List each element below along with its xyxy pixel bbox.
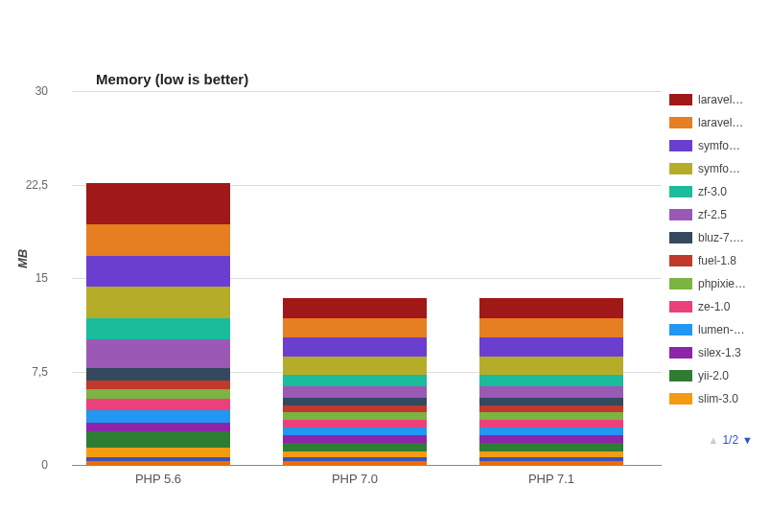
legend-swatch (669, 370, 692, 382)
legend-swatch (669, 347, 692, 359)
legend-item[interactable]: lumen-… (669, 318, 760, 341)
bar-segment (283, 435, 427, 443)
legend-item[interactable]: symfo… (669, 134, 760, 157)
bar-segment (283, 337, 427, 357)
bar-segment (479, 386, 623, 398)
bar-segment (86, 368, 230, 381)
legend-swatch (669, 94, 692, 105)
legend-swatch (669, 255, 692, 266)
bar-segment (86, 423, 230, 431)
bar-segment (86, 256, 230, 288)
y-tick-label: 30 (10, 84, 48, 98)
pager-text: 1/2 (722, 433, 738, 447)
bar-segment (283, 443, 427, 451)
legend-label: silex-1.3 (698, 346, 741, 359)
bar-segment (479, 428, 623, 435)
bar-segment (479, 405, 623, 413)
bar-segment (86, 389, 230, 399)
legend-swatch (669, 324, 692, 335)
bar-segment (86, 183, 230, 224)
legend-label: phpixie… (698, 277, 746, 290)
y-tick-label: 22,5 (10, 178, 48, 192)
legend-item[interactable]: symfo… (669, 157, 760, 180)
bar-segment (86, 318, 230, 339)
legend-item[interactable]: silex-1.3 (669, 341, 760, 364)
legend-item[interactable]: phpixie… (669, 272, 760, 295)
stacked-bar (283, 298, 427, 465)
legend-label: bluz-7.… (698, 231, 744, 244)
x-axis-line (72, 465, 662, 466)
bar-segment (86, 287, 230, 318)
bar-segment (283, 318, 427, 338)
bar-segment (86, 448, 230, 457)
bar-segment (283, 428, 427, 435)
pager-next-icon[interactable]: ▼ (742, 434, 753, 446)
x-tick-label: PHP 5.6 (86, 472, 230, 486)
legend-item[interactable]: bluz-7.… (669, 226, 760, 249)
bar-segment (479, 298, 623, 318)
legend-swatch (669, 209, 692, 220)
x-tick-label: PHP 7.0 (283, 472, 427, 486)
legend-label: zf-3.0 (698, 185, 727, 198)
legend-item[interactable]: yii-2.0 (669, 364, 760, 387)
legend-label: lumen-… (698, 323, 745, 336)
legend-label: zf-2.5 (698, 208, 727, 221)
plot-area (72, 91, 662, 465)
legend-swatch (669, 278, 692, 289)
legend-label: yii-2.0 (698, 369, 729, 382)
grid-line (72, 91, 662, 92)
legend: laravel…laravel…symfo…symfo…zf-3.0zf-2.5… (669, 88, 760, 410)
bar-segment (86, 381, 230, 389)
bar-segment (479, 412, 623, 420)
bar-segment (283, 386, 427, 398)
stacked-bar (479, 298, 623, 465)
bar-segment (86, 224, 230, 256)
legend-swatch (669, 232, 692, 243)
bar-segment (86, 399, 230, 410)
legend-item[interactable]: laravel… (669, 88, 760, 111)
y-tick-label: 15 (10, 271, 48, 285)
legend-item[interactable]: zf-2.5 (669, 203, 760, 226)
bar-segment (479, 375, 623, 386)
legend-swatch (669, 186, 692, 197)
legend-swatch (669, 393, 692, 405)
bar-segment (479, 443, 623, 451)
legend-item[interactable]: laravel… (669, 111, 760, 134)
legend-swatch (669, 163, 692, 174)
bar-segment (283, 357, 427, 376)
bar-segment (283, 298, 427, 318)
legend-swatch (669, 140, 692, 151)
pager-prev-icon: ▲ (709, 434, 719, 446)
legend-item[interactable]: fuel-1.8 (669, 249, 760, 272)
bar-segment (283, 412, 427, 420)
legend-label: laravel… (698, 116, 743, 129)
bar-segment (86, 431, 230, 448)
bar-segment (86, 339, 230, 368)
bar-segment (283, 420, 427, 428)
legend-label: symfo… (698, 139, 740, 152)
legend-item[interactable]: ze-1.0 (669, 295, 760, 318)
bar-segment (479, 337, 623, 357)
bar-segment (86, 410, 230, 423)
legend-label: fuel-1.8 (698, 254, 736, 267)
chart-container: Memory (low is better) MB 07,51522,530 P… (0, 0, 770, 532)
bar-segment (479, 318, 623, 338)
y-axis-label: MB (15, 249, 30, 268)
y-tick-label: 7,5 (10, 365, 48, 379)
bar-segment (479, 420, 623, 428)
bar-segment (479, 398, 623, 405)
y-tick-label: 0 (10, 458, 48, 472)
chart-title: Memory (low is better) (96, 71, 248, 87)
legend-item[interactable]: slim-3.0 (669, 387, 760, 410)
legend-label: ze-1.0 (698, 300, 730, 313)
legend-label: symfo… (698, 162, 740, 175)
bar-segment (479, 357, 623, 376)
bar-segment (283, 375, 427, 386)
bar-segment (283, 405, 427, 413)
bar-segment (479, 435, 623, 443)
legend-swatch (669, 301, 692, 312)
legend-label: laravel… (698, 93, 743, 106)
legend-pager: ▲ 1/2 ▼ (709, 433, 753, 447)
stacked-bar (86, 183, 230, 465)
legend-item[interactable]: zf-3.0 (669, 180, 760, 203)
